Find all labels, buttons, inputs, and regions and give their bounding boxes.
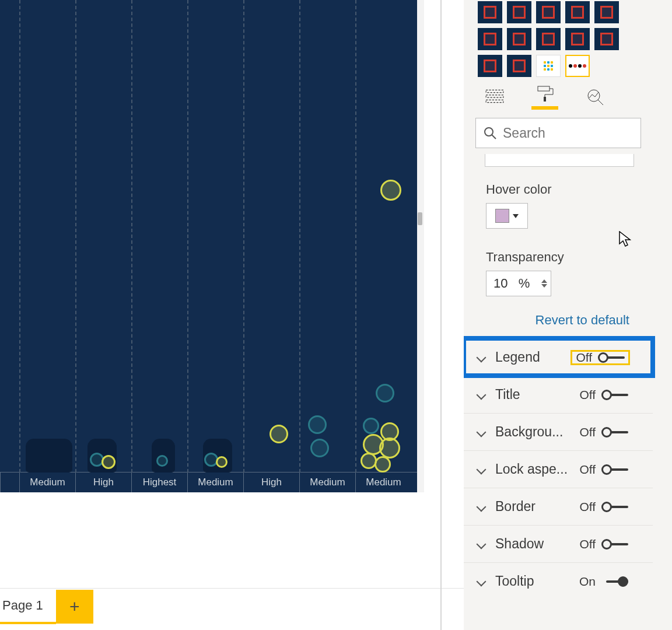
viz-tile[interactable] — [565, 28, 590, 50]
format-section-legend[interactable]: LegendOff — [464, 338, 653, 376]
axis-label: Medium — [187, 473, 243, 492]
format-search[interactable] — [475, 118, 641, 148]
toggle-switch[interactable] — [600, 577, 629, 586]
chevron-down-icon — [478, 577, 487, 586]
chevron-down-icon — [478, 353, 487, 362]
svg-rect-3 — [538, 86, 550, 91]
format-section-shadow[interactable]: ShadowOff — [464, 525, 653, 562]
chevron-down-icon — [478, 502, 487, 512]
section-label: Lock aspe... — [495, 461, 568, 477]
data-point[interactable] — [270, 425, 288, 443]
toggle-switch[interactable] — [600, 502, 629, 512]
viz-tile-selected[interactable] — [565, 55, 590, 77]
gridline — [187, 0, 188, 473]
axis-label: High — [243, 473, 299, 492]
axis-label: Medium — [19, 473, 75, 492]
scatter-chart-visual[interactable]: MediumHighHighestMediumHighMediumMedium — [0, 0, 417, 492]
svg-rect-1 — [486, 95, 503, 97]
format-accordion: LegendOffTitleOffBackgrou...OffLock aspe… — [464, 338, 653, 600]
revert-to-default-link[interactable]: Revert to default — [464, 296, 653, 338]
toggle-switch[interactable] — [600, 428, 629, 437]
format-section-lockaspect[interactable]: Lock aspe...Off — [464, 450, 653, 488]
density-cluster — [26, 439, 72, 473]
viz-tile[interactable] — [565, 1, 590, 23]
viz-tile[interactable] — [594, 1, 619, 23]
svg-rect-0 — [486, 90, 503, 92]
section-label: Legend — [495, 349, 540, 365]
transparency-label: Transparency — [486, 250, 639, 265]
viz-tile-matrix[interactable] — [536, 55, 561, 77]
toggle-switch[interactable] — [600, 390, 629, 400]
toggle-state-label: On — [579, 575, 596, 589]
axis-label: Medium — [299, 473, 355, 492]
format-section-tooltip[interactable]: TooltipOn — [464, 562, 653, 600]
percent-label: % — [519, 276, 530, 290]
toggle-state-label: Off — [579, 388, 596, 402]
gridline — [131, 0, 132, 473]
scrollbar-thumb[interactable] — [418, 212, 422, 225]
viz-tile[interactable] — [507, 28, 531, 50]
section-label: Border — [495, 499, 536, 514]
viz-tile[interactable] — [478, 28, 502, 50]
visualizations-pane: Hover color Transparency 10 % — [464, 0, 672, 630]
section-label: Tooltip — [495, 573, 534, 589]
svg-line-8 — [492, 135, 496, 139]
toggle-state-label: Off — [579, 500, 596, 514]
data-point[interactable] — [380, 180, 401, 201]
viz-tile[interactable] — [536, 1, 561, 23]
data-point[interactable] — [156, 455, 168, 467]
color-swatch — [495, 209, 509, 223]
data-point[interactable] — [216, 456, 228, 468]
data-point[interactable] — [379, 438, 400, 459]
transparency-spinner[interactable]: 10 % — [486, 271, 551, 296]
data-point[interactable] — [310, 439, 329, 457]
toggle-switch[interactable] — [600, 465, 629, 474]
toggle-switch[interactable] — [600, 540, 629, 549]
hover-color-label: Hover color — [486, 182, 639, 197]
data-point[interactable] — [308, 415, 327, 434]
data-point[interactable] — [363, 418, 379, 434]
analytics-tab[interactable] — [582, 85, 608, 110]
visual-scrollbar[interactable] — [417, 0, 424, 492]
viz-tile[interactable] — [478, 1, 502, 23]
svg-point-7 — [485, 128, 493, 136]
viz-tile[interactable] — [594, 28, 619, 50]
data-point[interactable] — [376, 384, 394, 402]
data-point[interactable] — [374, 456, 391, 473]
fields-icon — [485, 88, 505, 107]
fields-tab[interactable] — [481, 85, 508, 110]
viz-tile[interactable] — [507, 55, 531, 77]
chevron-down-icon — [478, 465, 487, 474]
svg-line-6 — [598, 100, 603, 105]
format-section-background[interactable]: Backgrou...Off — [464, 413, 653, 450]
analytics-icon — [585, 88, 605, 107]
format-section-border[interactable]: BorderOff — [464, 488, 653, 525]
toggle-switch[interactable] — [597, 353, 626, 362]
search-input[interactable] — [503, 125, 672, 141]
format-tab[interactable] — [531, 85, 558, 110]
viz-tile[interactable] — [478, 55, 502, 77]
page-tab-page1[interactable]: Page 1 — [0, 589, 56, 624]
pane-tab-strip — [464, 77, 653, 110]
data-point[interactable] — [102, 455, 116, 469]
viz-tile[interactable] — [507, 1, 531, 23]
revert-label: Revert to default — [536, 313, 629, 327]
collapsed-field-box[interactable] — [485, 154, 634, 167]
toggle-state-label: Off — [579, 425, 596, 439]
spinner-up-icon[interactable] — [541, 279, 547, 283]
paint-roller-icon — [535, 85, 555, 104]
axis-label: High — [75, 473, 131, 492]
mouse-cursor-icon — [618, 231, 631, 247]
search-icon — [483, 126, 497, 140]
axis-label — [0, 473, 19, 492]
section-label: Shadow — [495, 536, 544, 552]
add-page-button[interactable] — [56, 590, 93, 624]
section-label: Backgrou... — [495, 424, 563, 440]
format-section-title[interactable]: TitleOff — [464, 376, 653, 413]
page-tab-label: Page 1 — [2, 598, 43, 613]
toggle-state-label: Off — [579, 537, 596, 551]
gridline — [299, 0, 300, 473]
hover-color-picker[interactable] — [486, 203, 528, 229]
spinner-down-icon[interactable] — [541, 284, 547, 288]
viz-tile[interactable] — [536, 28, 561, 50]
